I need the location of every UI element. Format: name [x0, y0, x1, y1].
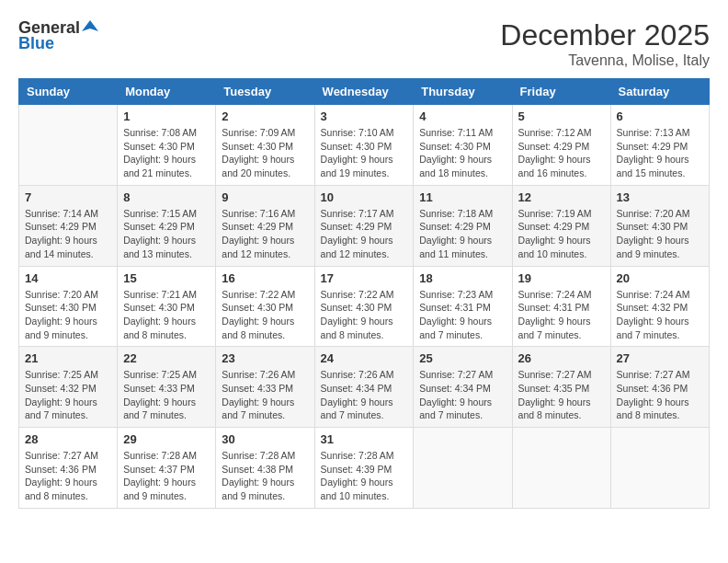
day-number: 16: [222, 271, 308, 285]
header-friday: Friday: [512, 79, 610, 105]
calendar-cell: 8Sunrise: 7:15 AM Sunset: 4:29 PM Daylig…: [118, 185, 216, 266]
calendar-week-4: 21Sunrise: 7:25 AM Sunset: 4:32 PM Dayli…: [19, 347, 710, 428]
calendar-cell: 23Sunrise: 7:26 AM Sunset: 4:33 PM Dayli…: [216, 347, 314, 428]
day-info: Sunrise: 7:28 AM Sunset: 4:38 PM Dayligh…: [222, 449, 308, 503]
day-number: 25: [419, 351, 506, 365]
calendar-week-1: 1Sunrise: 7:08 AM Sunset: 4:30 PM Daylig…: [19, 105, 710, 186]
calendar-cell: 20Sunrise: 7:24 AM Sunset: 4:32 PM Dayli…: [610, 266, 709, 347]
day-info: Sunrise: 7:12 AM Sunset: 4:29 PM Dayligh…: [518, 126, 605, 180]
day-info: Sunrise: 7:15 AM Sunset: 4:29 PM Dayligh…: [123, 207, 210, 261]
calendar-cell: 17Sunrise: 7:22 AM Sunset: 4:30 PM Dayli…: [314, 266, 414, 347]
day-number: 22: [123, 351, 210, 365]
day-number: 27: [617, 351, 703, 365]
header-monday: Monday: [118, 79, 216, 105]
header-sunday: Sunday: [19, 79, 118, 105]
calendar-cell: [512, 428, 610, 509]
logo-blue: Blue: [18, 34, 54, 53]
day-info: Sunrise: 7:18 AM Sunset: 4:29 PM Dayligh…: [419, 207, 506, 261]
title-area: December 2025 Tavenna, Molise, Italy: [500, 18, 710, 69]
day-number: 24: [321, 351, 408, 365]
calendar-cell: 13Sunrise: 7:20 AM Sunset: 4:30 PM Dayli…: [610, 185, 709, 266]
day-number: 4: [419, 109, 506, 123]
calendar-header-row: SundayMondayTuesdayWednesdayThursdayFrid…: [19, 79, 710, 105]
day-info: Sunrise: 7:25 AM Sunset: 4:32 PM Dayligh…: [25, 368, 111, 422]
day-number: 9: [222, 190, 308, 204]
day-number: 2: [222, 109, 308, 123]
logo: General Blue: [18, 18, 98, 53]
calendar-week-3: 14Sunrise: 7:20 AM Sunset: 4:30 PM Dayli…: [19, 266, 710, 347]
calendar-cell: 5Sunrise: 7:12 AM Sunset: 4:29 PM Daylig…: [512, 105, 610, 186]
day-number: 5: [518, 109, 605, 123]
calendar-cell: 7Sunrise: 7:14 AM Sunset: 4:29 PM Daylig…: [19, 185, 118, 266]
day-info: Sunrise: 7:20 AM Sunset: 4:30 PM Dayligh…: [25, 288, 111, 342]
day-info: Sunrise: 7:16 AM Sunset: 4:29 PM Dayligh…: [222, 207, 308, 261]
day-info: Sunrise: 7:21 AM Sunset: 4:30 PM Dayligh…: [123, 288, 210, 342]
day-number: 17: [321, 271, 408, 285]
day-info: Sunrise: 7:11 AM Sunset: 4:30 PM Dayligh…: [419, 126, 506, 180]
day-number: 1: [123, 109, 210, 123]
calendar-cell: 14Sunrise: 7:20 AM Sunset: 4:30 PM Dayli…: [19, 266, 118, 347]
calendar-cell: 22Sunrise: 7:25 AM Sunset: 4:33 PM Dayli…: [118, 347, 216, 428]
calendar-cell: 12Sunrise: 7:19 AM Sunset: 4:29 PM Dayli…: [512, 185, 610, 266]
calendar-cell: 10Sunrise: 7:17 AM Sunset: 4:29 PM Dayli…: [314, 185, 414, 266]
header-tuesday: Tuesday: [216, 79, 314, 105]
day-info: Sunrise: 7:24 AM Sunset: 4:32 PM Dayligh…: [617, 288, 703, 342]
calendar-cell: 19Sunrise: 7:24 AM Sunset: 4:31 PM Dayli…: [512, 266, 610, 347]
day-info: Sunrise: 7:22 AM Sunset: 4:30 PM Dayligh…: [222, 288, 308, 342]
calendar-cell: 29Sunrise: 7:28 AM Sunset: 4:37 PM Dayli…: [118, 428, 216, 509]
calendar-cell: 31Sunrise: 7:28 AM Sunset: 4:39 PM Dayli…: [314, 428, 414, 509]
day-number: 12: [518, 190, 605, 204]
calendar-cell: 27Sunrise: 7:27 AM Sunset: 4:36 PM Dayli…: [610, 347, 709, 428]
calendar-cell: 25Sunrise: 7:27 AM Sunset: 4:34 PM Dayli…: [414, 347, 512, 428]
calendar-cell: 24Sunrise: 7:26 AM Sunset: 4:34 PM Dayli…: [314, 347, 414, 428]
day-info: Sunrise: 7:23 AM Sunset: 4:31 PM Dayligh…: [419, 288, 506, 342]
calendar-week-2: 7Sunrise: 7:14 AM Sunset: 4:29 PM Daylig…: [19, 185, 710, 266]
calendar-cell: 3Sunrise: 7:10 AM Sunset: 4:30 PM Daylig…: [314, 105, 414, 186]
day-number: 8: [123, 190, 210, 204]
calendar-cell: 18Sunrise: 7:23 AM Sunset: 4:31 PM Dayli…: [414, 266, 512, 347]
day-info: Sunrise: 7:17 AM Sunset: 4:29 PM Dayligh…: [321, 207, 408, 261]
header-saturday: Saturday: [610, 79, 709, 105]
day-number: 6: [617, 109, 703, 123]
day-number: 3: [321, 109, 408, 123]
day-info: Sunrise: 7:22 AM Sunset: 4:30 PM Dayligh…: [321, 288, 408, 342]
calendar-cell: 28Sunrise: 7:27 AM Sunset: 4:36 PM Dayli…: [19, 428, 118, 509]
day-info: Sunrise: 7:19 AM Sunset: 4:29 PM Dayligh…: [518, 207, 605, 261]
logo-bird-icon: [82, 18, 98, 35]
day-number: 30: [222, 432, 308, 446]
calendar-cell: [414, 428, 512, 509]
day-info: Sunrise: 7:27 AM Sunset: 4:36 PM Dayligh…: [25, 449, 111, 503]
day-number: 31: [321, 432, 408, 446]
day-number: 21: [25, 351, 111, 365]
calendar-cell: 16Sunrise: 7:22 AM Sunset: 4:30 PM Dayli…: [216, 266, 314, 347]
day-info: Sunrise: 7:28 AM Sunset: 4:37 PM Dayligh…: [123, 449, 210, 503]
day-number: 29: [123, 432, 210, 446]
calendar-cell: 11Sunrise: 7:18 AM Sunset: 4:29 PM Dayli…: [414, 185, 512, 266]
calendar-cell: 15Sunrise: 7:21 AM Sunset: 4:30 PM Dayli…: [118, 266, 216, 347]
calendar-cell: 4Sunrise: 7:11 AM Sunset: 4:30 PM Daylig…: [414, 105, 512, 186]
header-thursday: Thursday: [414, 79, 512, 105]
calendar-cell: 30Sunrise: 7:28 AM Sunset: 4:38 PM Dayli…: [216, 428, 314, 509]
day-info: Sunrise: 7:26 AM Sunset: 4:33 PM Dayligh…: [222, 368, 308, 422]
day-info: Sunrise: 7:20 AM Sunset: 4:30 PM Dayligh…: [617, 207, 703, 261]
day-number: 18: [419, 271, 506, 285]
calendar-cell: [19, 105, 118, 186]
day-number: 15: [123, 271, 210, 285]
day-number: 14: [25, 271, 111, 285]
calendar-cell: 2Sunrise: 7:09 AM Sunset: 4:30 PM Daylig…: [216, 105, 314, 186]
day-number: 10: [321, 190, 408, 204]
calendar-week-5: 28Sunrise: 7:27 AM Sunset: 4:36 PM Dayli…: [19, 428, 710, 509]
calendar-cell: 6Sunrise: 7:13 AM Sunset: 4:29 PM Daylig…: [610, 105, 709, 186]
month-title: December 2025: [500, 18, 710, 52]
calendar-cell: 1Sunrise: 7:08 AM Sunset: 4:30 PM Daylig…: [118, 105, 216, 186]
calendar-cell: 26Sunrise: 7:27 AM Sunset: 4:35 PM Dayli…: [512, 347, 610, 428]
day-info: Sunrise: 7:28 AM Sunset: 4:39 PM Dayligh…: [321, 449, 408, 503]
day-number: 11: [419, 190, 506, 204]
calendar-cell: 9Sunrise: 7:16 AM Sunset: 4:29 PM Daylig…: [216, 185, 314, 266]
day-info: Sunrise: 7:24 AM Sunset: 4:31 PM Dayligh…: [518, 288, 605, 342]
location-subtitle: Tavenna, Molise, Italy: [500, 52, 710, 69]
day-number: 26: [518, 351, 605, 365]
page-header: General Blue December 2025 Tavenna, Moli…: [18, 18, 710, 69]
header-wednesday: Wednesday: [314, 79, 414, 105]
day-info: Sunrise: 7:27 AM Sunset: 4:34 PM Dayligh…: [419, 368, 506, 422]
